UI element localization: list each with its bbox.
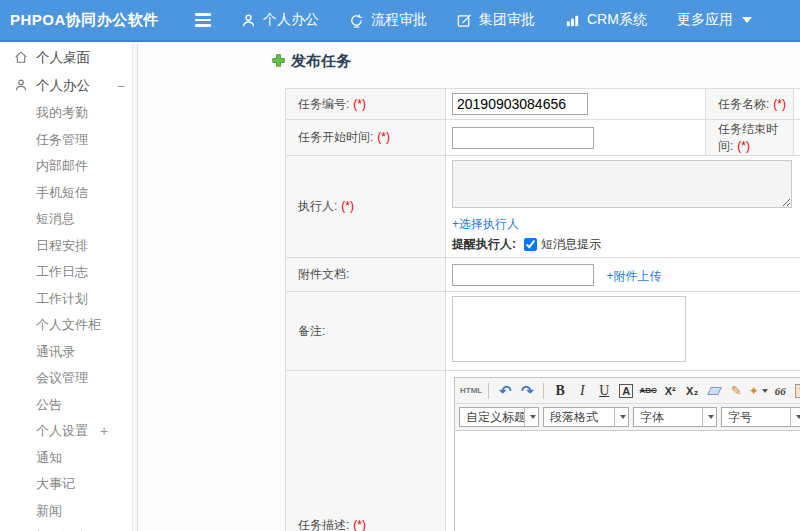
task-number-input[interactable] [452,93,588,115]
field-label: 任务编号: [298,97,349,111]
redo-button[interactable]: ↷ [517,381,537,401]
select-value: 字体 [634,409,702,426]
paste-icon: T [795,384,800,398]
sidebar-item-label: 通讯录 [36,343,75,361]
nav-group-approval[interactable]: 集团审批 [457,11,535,29]
field-label: 任务开始时间: [298,130,373,144]
undo-button[interactable]: ↶ [495,381,515,401]
nav-personal-office[interactable]: 个人办公 [241,11,319,29]
start-time-input[interactable] [452,127,594,149]
remark-textarea[interactable] [452,296,686,362]
sidebar-item-work-plan[interactable]: 工作计划 [0,286,137,313]
sidebar-item-label: 通知 [36,449,62,467]
sidebar-item-label: 工作日志 [36,263,88,281]
attachment-label-cell: 附件文档: [286,258,446,292]
table-row: 任务编号:(*) 任务名称:(*) [286,89,800,120]
font-family-select[interactable]: 字体 [633,407,717,427]
attachment-upload-link[interactable]: +附件上传 [606,269,661,283]
caret-down-icon [530,415,536,419]
caret-down-icon [620,415,626,419]
italic-button[interactable]: I [572,381,592,401]
select-value: 自定义标题 [460,409,524,426]
executor-value-cell: +选择执行人 提醒执行人: 短消息提示 [446,156,800,258]
caret-down-icon [762,389,768,393]
nav-label: 集团审批 [479,11,535,29]
paragraph-format-select[interactable]: 段落格式 [543,407,629,427]
sidebar-item-label: 大事记 [36,475,75,493]
blockquote-button[interactable]: 66 [770,381,790,401]
nav-crm-system[interactable]: CRM系统 [565,11,647,29]
sidebar-item-memorabilia[interactable]: 大事记 [0,471,137,498]
attachment-input[interactable] [452,264,594,286]
underline-button[interactable]: U [594,381,614,401]
table-row: 备注: [286,292,800,371]
sidebar-item-announcement[interactable]: 公告 [0,392,137,419]
html-source-button[interactable]: HTML [460,381,482,401]
sidebar-item-personal-file-cabinet[interactable]: 个人文件柜 [0,312,137,339]
required-mark: (*) [353,518,366,531]
select-executor-link[interactable]: +选择执行人 [452,216,800,233]
sidebar-item-label: 我的考勤 [36,104,88,122]
sidebar-item-vote-survey[interactable]: 投票调查 [0,524,137,531]
sidebar-item-label: 新闻 [36,502,62,520]
expand-icon[interactable]: + [100,423,108,439]
field-label: 附件文档: [298,267,349,281]
executor-label-cell: 执行人:(*) [286,156,446,258]
sms-remind-checkbox[interactable] [524,238,537,251]
app-logo[interactable]: PHPOA协同办公软件 [10,11,185,30]
start-time-value-cell [446,120,706,156]
task-number-value-cell [446,89,706,120]
executor-textarea[interactable] [452,160,792,208]
sidebar-item-news[interactable]: 新闻 [0,498,137,525]
sidebar-item-label: 短消息 [36,210,75,228]
caret-down-icon [796,415,800,419]
paste-plain-button[interactable]: T [792,381,800,401]
sidebar-item-label: 工作计划 [36,290,88,308]
sidebar-item-personal-desktop[interactable]: 个人桌面 [0,44,137,72]
sidebar-item-short-message[interactable]: 短消息 [0,206,137,233]
nav-workflow-approval[interactable]: 流程审批 [349,11,427,29]
sidebar-item-schedule[interactable]: 日程安排 [0,233,137,260]
required-mark: (*) [353,97,366,111]
format-brush-button[interactable]: ✎ [726,381,746,401]
sidebar-item-my-attendance[interactable]: 我的考勤 [0,100,137,127]
menu-toggle-button[interactable] [195,13,215,27]
nav-label: 个人办公 [263,11,319,29]
end-time-label-cell: 任务结束时间:(*) [706,120,794,156]
sidebar-item-internal-mail[interactable]: 内部邮件 [0,153,137,180]
sidebar-item-work-log[interactable]: 工作日志 [0,259,137,286]
sidebar-item-task-management[interactable]: 任务管理 [0,127,137,154]
font-size-select[interactable]: 字号 [721,407,800,427]
caret-down-icon [708,415,714,419]
description-value-cell: HTML ↶ ↷ B I U A ABC X² X₂ ✎ ✦ 66 T [446,371,800,531]
end-time-value-cell [794,120,800,156]
sidebar-item-personal-office[interactable]: 个人办公 − [0,72,137,100]
sidebar-item-notice[interactable]: 通知 [0,445,137,472]
sidebar: 个人桌面 个人办公 − 我的考勤 任务管理 内部邮件 手机短信 短消息 日程安排… [0,44,138,531]
font-format-button[interactable]: A [619,384,633,398]
required-mark: (*) [737,139,750,153]
remove-format-button[interactable] [704,381,724,401]
collapse-icon[interactable]: − [117,78,125,94]
required-mark: (*) [773,97,786,111]
nav-label: CRM系统 [587,11,647,29]
custom-heading-select[interactable]: 自定义标题 [459,407,539,427]
nav-more-apps[interactable]: 更多应用 [677,11,752,29]
page-title: 发布任务 [272,52,351,71]
editor-toolbar-row1: HTML ↶ ↷ B I U A ABC X² X₂ ✎ ✦ 66 T [455,378,800,404]
subscript-button[interactable]: X₂ [682,381,702,401]
strikethrough-button[interactable]: ABC [638,381,658,401]
description-label-cell: 任务描述:(*) [286,371,446,531]
superscript-button[interactable]: X² [660,381,680,401]
sms-remind-label: 短消息提示 [541,236,601,253]
top-nav: 个人办公 流程审批 集团审批 CRM系统 更多应用 [241,11,752,29]
editor-toolbar-row2: 自定义标题 段落格式 字体 字号 [455,404,800,431]
sidebar-item-mobile-sms[interactable]: 手机短信 [0,180,137,207]
auto-typeset-button[interactable]: ✦ [748,381,768,401]
sidebar-item-personal-settings[interactable]: 个人设置 + [0,418,137,445]
editor-content-area[interactable] [455,431,800,531]
sidebar-item-contacts[interactable]: 通讯录 [0,339,137,366]
sidebar-item-label: 个人办公 [36,77,90,95]
sidebar-item-meeting-management[interactable]: 会议管理 [0,365,137,392]
bold-button[interactable]: B [550,381,570,401]
